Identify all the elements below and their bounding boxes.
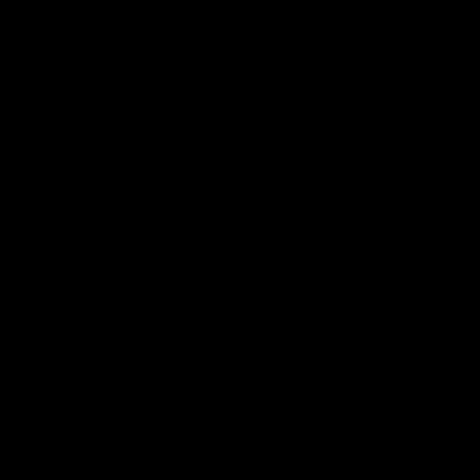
chart-stage bbox=[0, 0, 476, 476]
optimal-marker bbox=[0, 0, 17, 8]
bottleneck-chart bbox=[0, 0, 476, 476]
